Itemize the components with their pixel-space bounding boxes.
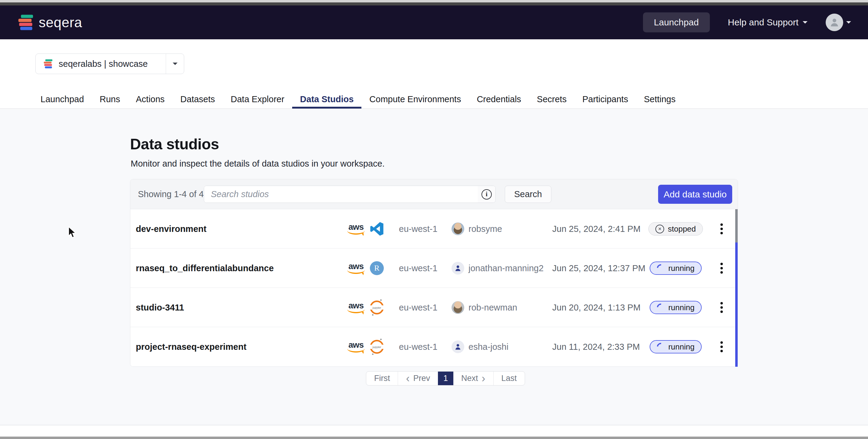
user-avatar-icon	[452, 340, 464, 353]
workspace-tabs: Launchpad Runs Actions Datasets Data Exp…	[0, 90, 868, 109]
chevron-down-icon	[803, 21, 807, 26]
pagination-current-page[interactable]: 1	[438, 372, 453, 385]
workspace-selector-value: seqeralabs | showcase	[59, 59, 148, 69]
app-screen: seqera Launchpad Help and Support	[0, 0, 868, 439]
page-title: Data studios	[130, 135, 219, 153]
jupyter-icon: jupyter	[370, 340, 384, 354]
status-badge-running: running	[650, 340, 702, 353]
search-button[interactable]: Search	[505, 186, 551, 203]
spinner-icon	[655, 302, 666, 313]
spinner-icon	[655, 263, 666, 274]
seqera-logo[interactable]: seqera	[17, 13, 82, 31]
chevron-left-icon: ‹	[406, 376, 409, 381]
circle-x-icon: ✕	[655, 225, 664, 233]
user-name: jonathan-manning2	[468, 263, 544, 273]
tab-launchpad[interactable]: Launchpad	[33, 90, 92, 108]
footer-divider	[0, 425, 868, 426]
page-subtitle: Monitor and inspect the details of data …	[131, 159, 385, 169]
tab-credentials[interactable]: Credentials	[469, 90, 529, 108]
aws-icon: aws	[346, 223, 366, 234]
add-data-studio-button[interactable]: Add data studio	[658, 185, 732, 204]
studio-name: project-rnaseq-experiment	[136, 342, 247, 352]
user-avatar-photo	[452, 301, 464, 314]
tab-settings[interactable]: Settings	[636, 90, 683, 108]
user-menu[interactable]	[826, 13, 851, 31]
row-menu-button[interactable]	[717, 338, 726, 355]
main-content: Data studios Monitor and inspect the det…	[0, 110, 868, 425]
vertical-scrollbar-thumb[interactable]	[735, 209, 738, 243]
jupyter-icon: jupyter	[370, 301, 384, 314]
brand-name: seqera	[39, 14, 82, 31]
showing-count-label: Showing 1-4 of 4	[138, 179, 204, 209]
tab-data-studios[interactable]: Data Studios	[292, 90, 362, 108]
region-label: eu-west-1	[399, 224, 437, 234]
row-menu-button[interactable]	[717, 299, 726, 316]
table-right-accent-bar	[735, 243, 738, 367]
rstudio-icon: R	[370, 261, 384, 275]
pagination-prev-button[interactable]: ‹Prev	[398, 372, 438, 385]
table-row[interactable]: project-rnaseq-experiment aws jupyter eu…	[130, 327, 738, 367]
studio-name: dev-environment	[136, 224, 207, 234]
pagination-next-button[interactable]: Next›	[453, 372, 493, 385]
spinner-icon	[655, 341, 666, 352]
region-label: eu-west-1	[399, 342, 437, 352]
tab-datasets[interactable]: Datasets	[173, 90, 223, 108]
status-badge-running: running	[650, 261, 702, 275]
row-menu-button[interactable]	[717, 260, 726, 277]
workspace-selector-toggle[interactable]	[166, 54, 184, 74]
user-avatar-photo	[452, 222, 464, 235]
aws-icon: aws	[346, 302, 366, 313]
status-badge-stopped: ✕ stopped	[648, 222, 703, 236]
status-badge-running: running	[650, 301, 702, 314]
top-navbar: seqera Launchpad Help and Support	[0, 5, 868, 39]
table-row[interactable]: studio-3411 aws jupyter eu-west-1 rob-ne…	[130, 288, 738, 327]
pagination: First ‹Prev 1 Next› Last	[366, 371, 525, 385]
seqera-mark-icon	[17, 13, 34, 31]
table-toolbar: Showing 1-4 of 4 i Search Add data studi…	[130, 179, 738, 209]
browser-frame-strip	[0, 2, 868, 5]
user-name: esha-joshi	[468, 342, 508, 352]
user-name: robsyme	[468, 224, 502, 234]
created-date: Jun 25, 2024, 2:41 PM	[552, 224, 641, 234]
vscode-icon	[370, 222, 384, 236]
pagination-first-button[interactable]: First	[366, 372, 398, 385]
pagination-last-button[interactable]: Last	[493, 372, 525, 385]
created-date: Jun 20, 2024, 1:13 PM	[552, 303, 641, 313]
help-and-support-label: Help and Support	[728, 17, 799, 28]
table-row[interactable]: dev-environment aws eu-west-1 robsyme	[130, 209, 738, 249]
workspace-selector[interactable]: seqeralabs | showcase	[35, 54, 184, 74]
data-studios-table: Showing 1-4 of 4 i Search Add data studi…	[130, 179, 738, 367]
created-date: Jun 25, 2024, 12:37 PM	[552, 263, 645, 273]
chevron-down-icon	[846, 21, 851, 26]
region-label: eu-west-1	[399, 263, 437, 273]
info-circle-icon: i	[482, 189, 492, 199]
browser-bottom-strip	[0, 437, 868, 439]
user-name: rob-newman	[468, 303, 517, 313]
seqera-mark-icon	[43, 59, 53, 69]
studio-name: studio-3411	[136, 303, 184, 313]
browser-top-strip	[0, 0, 868, 2]
aws-icon: aws	[346, 263, 366, 274]
table-rows: dev-environment aws eu-west-1 robsyme	[130, 209, 738, 367]
tab-actions[interactable]: Actions	[128, 90, 173, 108]
launchpad-button[interactable]: Launchpad	[643, 12, 710, 32]
table-row[interactable]: rnaseq_to_differentialabundance aws R eu…	[130, 249, 738, 288]
tab-participants[interactable]: Participants	[574, 90, 636, 108]
search-input[interactable]	[204, 186, 478, 202]
chevron-right-icon: ›	[482, 376, 486, 381]
row-menu-button[interactable]	[717, 220, 726, 237]
tab-data-explorer[interactable]: Data Explorer	[223, 90, 292, 108]
user-avatar-icon	[452, 262, 464, 275]
search-info-button[interactable]: i	[478, 186, 495, 202]
created-date: Jun 11, 2024, 2:33 PM	[552, 342, 640, 352]
tab-secrets[interactable]: Secrets	[529, 90, 574, 108]
region-label: eu-west-1	[399, 303, 437, 313]
search-input-group: i	[204, 186, 496, 203]
aws-icon: aws	[346, 341, 366, 352]
tab-runs[interactable]: Runs	[92, 90, 128, 108]
chevron-down-icon	[173, 63, 178, 67]
user-avatar-icon	[826, 13, 843, 31]
help-and-support-menu[interactable]: Help and Support	[728, 17, 808, 28]
studio-name: rnaseq_to_differentialabundance	[136, 263, 274, 273]
tab-compute-environments[interactable]: Compute Environments	[362, 90, 469, 108]
